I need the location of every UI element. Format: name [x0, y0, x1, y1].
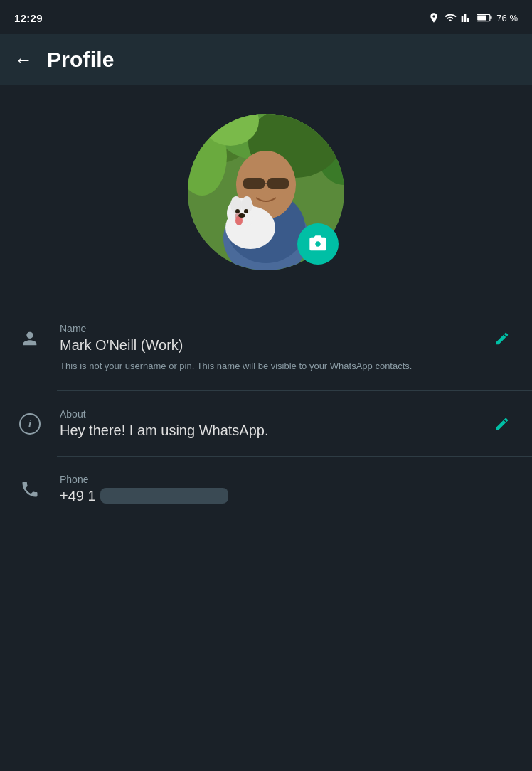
svg-rect-1: [478, 15, 487, 20]
svg-rect-2: [491, 16, 492, 19]
wifi-icon: [444, 12, 457, 23]
battery-percent: 76 %: [496, 13, 518, 23]
edit-about-icon: [494, 416, 510, 432]
about-row: i About Hey there! I am using WhatsApp.: [0, 391, 532, 456]
phone-row: Phone +49 1: [0, 457, 532, 521]
top-bar: ← Profile: [0, 34, 532, 85]
avatar-wrapper: [188, 114, 344, 270]
edit-name-icon: [494, 331, 510, 346]
phone-label: Phone: [60, 474, 515, 485]
signal-icon: [461, 12, 472, 23]
about-icon-wrapper: i: [17, 411, 43, 437]
svg-point-25: [235, 209, 240, 213]
svg-point-27: [238, 213, 245, 218]
back-button[interactable]: ←: [14, 50, 33, 69]
phone-content: Phone +49 1: [60, 474, 515, 504]
phone-icon-wrapper: [17, 477, 43, 502]
person-icon-wrapper: [17, 326, 43, 351]
phone-prefix: +49 1: [60, 488, 96, 504]
camera-icon: [308, 234, 328, 254]
phone-value: +49 1: [60, 488, 515, 504]
svg-rect-15: [243, 178, 265, 189]
status-bar: 12:29 76 %: [0, 0, 532, 34]
edit-about-button[interactable]: [489, 411, 515, 437]
status-icons: 76 %: [428, 12, 518, 23]
change-photo-button[interactable]: [297, 223, 339, 265]
location-icon: [428, 12, 440, 23]
battery-icon: [477, 13, 492, 23]
name-content: Name Mark O'Neill (Work) This is not you…: [60, 323, 472, 373]
about-label: About: [60, 408, 472, 420]
svg-point-26: [244, 209, 248, 213]
about-value: Hey there! I am using WhatsApp.: [60, 422, 472, 439]
name-label: Name: [60, 323, 472, 334]
about-content: About Hey there! I am using WhatsApp.: [60, 408, 472, 439]
page-title: Profile: [47, 48, 115, 72]
edit-name-button[interactable]: [489, 326, 515, 351]
phone-blurred: [100, 488, 228, 504]
person-icon: [20, 329, 40, 349]
svg-rect-16: [267, 178, 289, 189]
info-icon: i: [19, 413, 41, 435]
name-hint: This is not your username or pin. This n…: [60, 359, 472, 373]
name-row: Name Mark O'Neill (Work) This is not you…: [0, 306, 532, 390]
name-value: Mark O'Neill (Work): [60, 337, 472, 353]
phone-icon: [20, 479, 40, 499]
photo-section: [0, 85, 532, 306]
status-time: 12:29: [14, 12, 43, 24]
